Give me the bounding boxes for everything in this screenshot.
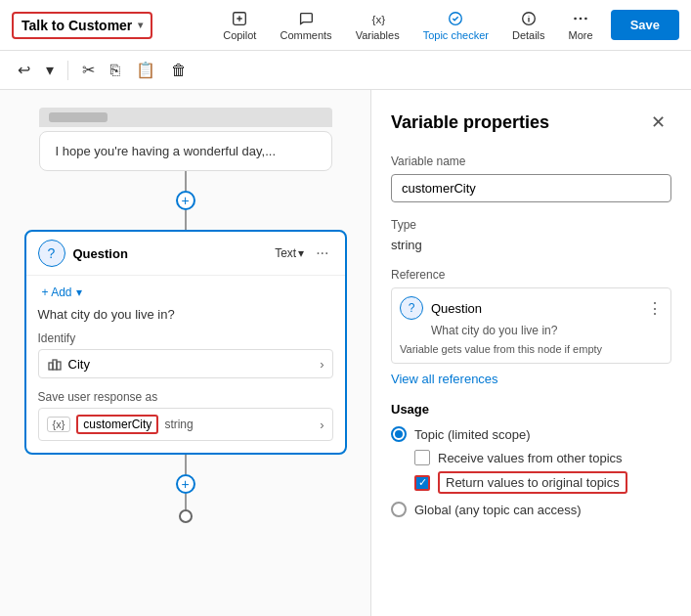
- return-values-checkbox-option[interactable]: ✓ Return values to original topics: [414, 471, 671, 494]
- question-more-button[interactable]: ···: [312, 244, 332, 262]
- ref-more-button[interactable]: ⋮: [647, 299, 663, 318]
- connector-line-2: [185, 210, 187, 230]
- usage-section: Usage Topic (limited scope) Receive valu…: [391, 402, 671, 517]
- talk-to-customer-label: Talk to Customer: [22, 18, 132, 33]
- type-value: string: [391, 238, 671, 252]
- city-icon: [47, 356, 63, 372]
- message-card-header: [39, 108, 332, 127]
- string-type-label: string: [164, 418, 193, 431]
- toolbar-divider-1: [67, 61, 68, 80]
- identify-value-inner: City: [47, 356, 90, 372]
- identify-section: Identify City ›: [38, 328, 333, 382]
- add-node-button-2[interactable]: +: [176, 474, 195, 494]
- question-title: Question: [73, 246, 268, 261]
- save-button[interactable]: Save: [611, 10, 679, 40]
- svg-rect-9: [57, 362, 61, 370]
- message-text: I hope you're having a wonderful day,...: [56, 144, 277, 158]
- identify-chevron-icon: ›: [320, 357, 324, 372]
- ref-subtitle: What city do you live in?: [400, 324, 663, 337]
- panel-header: Variable properties ✕: [391, 110, 671, 135]
- add-dropdown-button[interactable]: + Add ▾: [38, 284, 86, 301]
- type-label: Type: [391, 218, 671, 232]
- reference-field: Reference ? Question ⋮ What city do you …: [391, 268, 671, 386]
- receive-values-checkbox-option[interactable]: Receive values from other topics: [414, 450, 671, 465]
- receive-values-label: Receive values from other topics: [438, 451, 623, 465]
- save-response-section: Save user response as {x} customerCity s…: [38, 382, 333, 445]
- talk-to-customer-button[interactable]: Talk to Customer ▾: [12, 12, 152, 39]
- identify-label: Identify: [38, 331, 333, 345]
- comments-icon: [297, 10, 315, 27]
- main-area: I hope you're having a wonderful day,...…: [0, 90, 691, 616]
- view-all-references-link[interactable]: View all references: [391, 372, 671, 386]
- details-toolbar-item[interactable]: Details: [502, 6, 555, 45]
- secondary-toolbar: ↩ ▾ ✂ ⎘ 📋 🗑: [0, 51, 691, 90]
- customer-city-var: customerCity: [76, 415, 158, 434]
- connector-line-3: [185, 455, 187, 474]
- topic-checker-toolbar-item[interactable]: Topic checker: [413, 6, 498, 45]
- close-panel-button[interactable]: ✕: [645, 110, 671, 135]
- top-toolbar: Talk to Customer ▾ Copilot Comments {x} …: [0, 0, 691, 51]
- ref-question-icon: ?: [400, 296, 423, 320]
- svg-point-4: [574, 17, 577, 20]
- add-node-button-1[interactable]: +: [176, 191, 195, 210]
- paste-button[interactable]: 📋: [130, 57, 161, 83]
- more-label: More: [569, 29, 593, 41]
- text-type-label: Text: [275, 246, 296, 260]
- canvas-area: I hope you're having a wonderful day,...…: [0, 90, 371, 616]
- question-text: What city do you live in?: [38, 301, 333, 328]
- topic-scope-radio-circle: [391, 426, 407, 442]
- receive-values-checkbox[interactable]: [414, 450, 430, 465]
- details-icon: [520, 10, 538, 27]
- topic-checker-label: Topic checker: [423, 29, 489, 41]
- copilot-toolbar-item[interactable]: Copilot: [213, 6, 266, 45]
- end-node: [179, 509, 193, 523]
- global-scope-radio[interactable]: Global (any topic can access): [391, 502, 671, 517]
- details-label: Details: [512, 29, 545, 41]
- variables-icon: {x}: [368, 10, 386, 27]
- copilot-label: Copilot: [223, 29, 256, 41]
- undo-button[interactable]: ↩: [12, 57, 36, 83]
- global-scope-label: Global (any topic can access): [414, 503, 582, 517]
- return-values-checkbox[interactable]: ✓: [414, 475, 430, 491]
- svg-point-6: [584, 17, 587, 20]
- save-response-value-box[interactable]: {x} customerCity string ›: [38, 408, 333, 441]
- copilot-icon: [231, 10, 248, 27]
- variable-properties-panel: Variable properties ✕ Variable name Type…: [371, 90, 691, 616]
- comments-toolbar-item[interactable]: Comments: [270, 6, 341, 45]
- more-toolbar-item[interactable]: More: [559, 6, 603, 45]
- message-bubble: I hope you're having a wonderful day,...: [39, 131, 332, 171]
- delete-button[interactable]: 🗑: [165, 58, 193, 83]
- cut-button[interactable]: ✂: [76, 57, 101, 83]
- ref-title: Question: [431, 301, 639, 316]
- redo-dropdown-button[interactable]: ▾: [40, 57, 60, 83]
- reference-box: ? Question ⋮ What city do you live in? V…: [391, 287, 671, 364]
- more-icon: [572, 10, 589, 27]
- variable-name-input[interactable]: [391, 174, 671, 202]
- reference-label: Reference: [391, 268, 671, 282]
- variables-label: Variables: [356, 29, 400, 41]
- topic-scope-radio[interactable]: Topic (limited scope): [391, 426, 671, 442]
- topic-checker-icon: [447, 10, 464, 27]
- panel-title: Variable properties: [391, 112, 549, 133]
- svg-text:{x}: {x}: [372, 12, 386, 24]
- text-type-dropdown[interactable]: Text ▾: [275, 246, 304, 260]
- add-label: + Add: [42, 286, 72, 299]
- variable-name-label: Variable name: [391, 154, 671, 168]
- question-card: ? Question Text ▾ ··· + Add ▾ What city …: [24, 230, 347, 455]
- variables-toolbar-item[interactable]: {x} Variables: [346, 6, 410, 45]
- variable-name-field: Variable name: [391, 154, 671, 202]
- global-scope-radio-circle: [391, 502, 407, 517]
- toolbar-icons: Copilot Comments {x} Variables Topic che…: [213, 6, 602, 45]
- copy-button[interactable]: ⎘: [105, 58, 126, 83]
- topic-scope-label: Topic (limited scope): [414, 427, 531, 442]
- identify-value-text: City: [68, 357, 90, 372]
- topic-scope-checkboxes: Receive values from other topics ✓ Retur…: [414, 450, 671, 494]
- identify-value-box[interactable]: City ›: [38, 349, 333, 378]
- return-values-label: Return values to original topics: [438, 471, 627, 494]
- var-tag: {x}: [47, 417, 71, 432]
- save-response-label: Save user response as: [38, 390, 333, 404]
- svg-point-5: [580, 17, 583, 20]
- question-card-header: ? Question Text ▾ ···: [26, 232, 345, 276]
- reference-header: ? Question ⋮: [400, 296, 663, 320]
- usage-label: Usage: [391, 402, 671, 417]
